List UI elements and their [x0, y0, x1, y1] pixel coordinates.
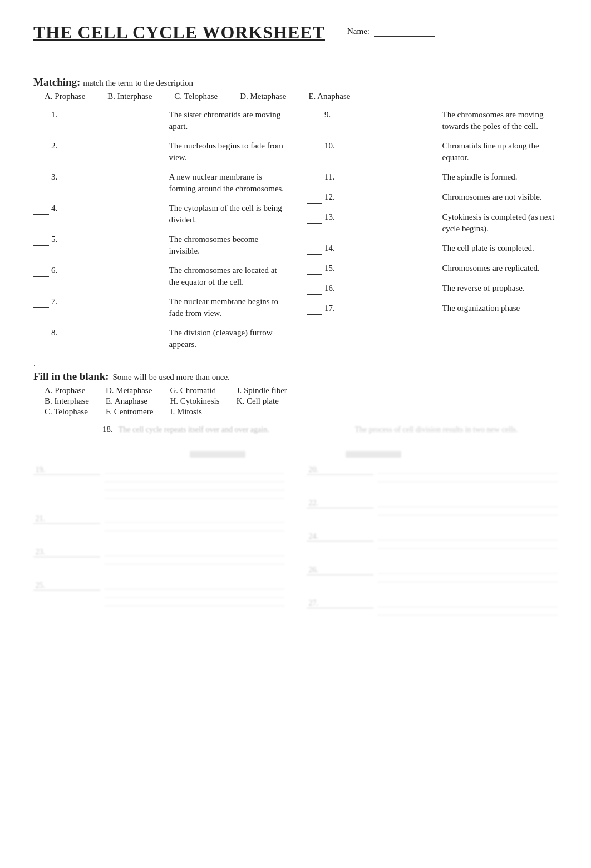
q5-body: The chromosomes become invisible.: [169, 234, 285, 257]
q18-num: 18.: [102, 425, 113, 434]
question-15: 15. Chromosomes are replicated.: [307, 262, 558, 275]
q13-num: 13.: [324, 211, 440, 223]
q11-body: The spindle is formed.: [442, 171, 558, 183]
q5-num: 5.: [51, 234, 167, 245]
q18-right-blurred: The process of cell division results in …: [354, 425, 558, 434]
blank-10: [307, 140, 322, 152]
q10-body: Chromatids line up along the equator.: [442, 140, 558, 163]
blurred-row-19: 19.: [33, 465, 284, 504]
fill-col-4: J. Spindle fiber K. Cell plate: [237, 386, 287, 416]
fill-c: C. Telophase: [45, 407, 89, 416]
page-title: THE CELL CYCLE WORKSHEET: [33, 22, 325, 43]
blurred-row-20: 20.: [307, 465, 558, 489]
question-8: 8. The division (cleavage) furrow appear…: [33, 327, 284, 350]
q8-body: The division (cleavage) furrow appears.: [169, 327, 285, 350]
q14-body: The cell plate is completed.: [442, 242, 558, 254]
blank-6: [33, 265, 49, 277]
blurred-header-left: [190, 451, 245, 458]
blank-1: [33, 109, 49, 121]
option-a: A. Prophase: [45, 92, 85, 101]
blank-12: [307, 191, 322, 204]
fill-desc: Some will be used more than once.: [112, 373, 229, 381]
q12-num: 12.: [324, 191, 440, 203]
question-7: 7. The nuclear membrane begins to fade f…: [33, 296, 284, 319]
question-14: 14. The cell plate is completed.: [307, 242, 558, 255]
blurred-right: 20. 22. 24. 26. 27.: [307, 465, 558, 632]
separator-dot: .: [33, 358, 558, 368]
q7-body: The nuclear membrane begins to fade from…: [169, 296, 285, 319]
q17-body: The organization phase: [442, 302, 558, 314]
question-2: 2. The nucleolus begins to fade from vie…: [33, 140, 284, 163]
q12-body: Chromosomes are not visible.: [442, 191, 558, 203]
fill-k: K. Cell plate: [237, 396, 287, 406]
fill-col-2: D. Metaphase E. Anaphase F. Centromere: [106, 386, 153, 416]
question-4: 4. The cytoplasm of the cell is being di…: [33, 202, 284, 226]
blank-16: [307, 282, 322, 295]
name-label: Name:: [347, 27, 370, 36]
q3-num: 3.: [51, 171, 167, 183]
q2-body: The nucleolus begins to fade from view.: [169, 140, 285, 163]
q9-body: The chromosomes are moving towards the p…: [442, 109, 558, 132]
fill-col-3: G. Chromatid H. Cytokinesis I. Mitosis: [170, 386, 219, 416]
question-1: 1. The sister chromatids are moving apar…: [33, 109, 284, 132]
q4-num: 4.: [51, 202, 167, 214]
blank-3: [33, 171, 49, 183]
fill-col-1: A. Prophase B. Interphase C. Telophase: [45, 386, 89, 416]
fill-b: B. Interphase: [45, 396, 89, 406]
option-c: C. Telophase: [174, 92, 218, 101]
option-b: B. Interphase: [107, 92, 152, 101]
fill-a: A. Prophase: [45, 386, 89, 395]
q18-blurred-text: The cell cycle repeats itself over and o…: [119, 425, 322, 434]
blank-5: [33, 234, 49, 246]
q17-num: 17.: [324, 302, 440, 314]
blurred-row-23: 23.: [33, 548, 284, 571]
blank-17: [307, 302, 322, 315]
q3-body: A new nuclear membrane is forming around…: [169, 171, 285, 195]
q2-num: 2.: [51, 140, 167, 152]
blank-9: [307, 109, 322, 121]
fill-e: E. Anaphase: [106, 396, 153, 406]
q14-num: 14.: [324, 242, 440, 254]
question-12: 12. Chromosomes are not visible.: [307, 191, 558, 204]
question-18-row: 18. The cell cycle repeats itself over a…: [33, 424, 558, 434]
question-9: 9. The chromosomes are moving towards th…: [307, 109, 558, 132]
blurred-headers: [33, 451, 558, 458]
question-3: 3. A new nuclear membrane is forming aro…: [33, 171, 284, 195]
question-5: 5. The chromosomes become invisible.: [33, 234, 284, 257]
q1-text: 1.: [51, 109, 167, 121]
fill-g: G. Chromatid: [170, 386, 219, 395]
option-d: D. Metaphase: [240, 92, 286, 101]
fill-f: F. Centromere: [106, 407, 153, 416]
blurred-row-25: 25.: [33, 581, 284, 612]
blurred-row-27: 27.: [307, 599, 558, 622]
right-column: 9. The chromosomes are moving towards th…: [296, 109, 558, 358]
q10-num: 10.: [324, 140, 440, 152]
q16-body: The reverse of prophase.: [442, 282, 558, 294]
matching-section: Matching: match the term to the descript…: [33, 76, 558, 358]
q7-num: 7.: [51, 296, 167, 307]
blurred-row-26: 26.: [307, 566, 558, 589]
matching-desc: match the term to the description: [83, 78, 193, 87]
fill-j: J. Spindle fiber: [237, 386, 287, 395]
blurred-section: 19. 21. 23. 25. 20. 22.: [33, 451, 558, 632]
q11-num: 11.: [324, 171, 440, 183]
option-e: E. Anaphase: [308, 92, 350, 101]
question-10: 10. Chromatids line up along the equator…: [307, 140, 558, 163]
fill-options-row: A. Prophase B. Interphase C. Telophase D…: [45, 386, 558, 416]
matching-options: A. Prophase B. Interphase C. Telophase D…: [45, 92, 558, 101]
q1-body: The sister chromatids are moving apart.: [169, 109, 285, 132]
blank-11: [307, 171, 322, 183]
blank-15: [307, 262, 322, 275]
blank-7: [33, 296, 49, 308]
blank-18: [33, 424, 100, 434]
blank-14: [307, 242, 322, 255]
blurred-row-21: 21.: [33, 514, 284, 538]
q9-num: 9.: [324, 109, 440, 121]
blurred-header-right: [346, 451, 401, 458]
matching-label: Matching: match the term to the descript…: [33, 76, 558, 88]
name-line: [374, 27, 435, 37]
fill-i: I. Mitosis: [170, 407, 219, 416]
fill-d: D. Metaphase: [106, 386, 153, 395]
question-13: 13. Cytokinesis is completed (as next cy…: [307, 211, 558, 235]
q16-num: 16.: [324, 282, 440, 294]
